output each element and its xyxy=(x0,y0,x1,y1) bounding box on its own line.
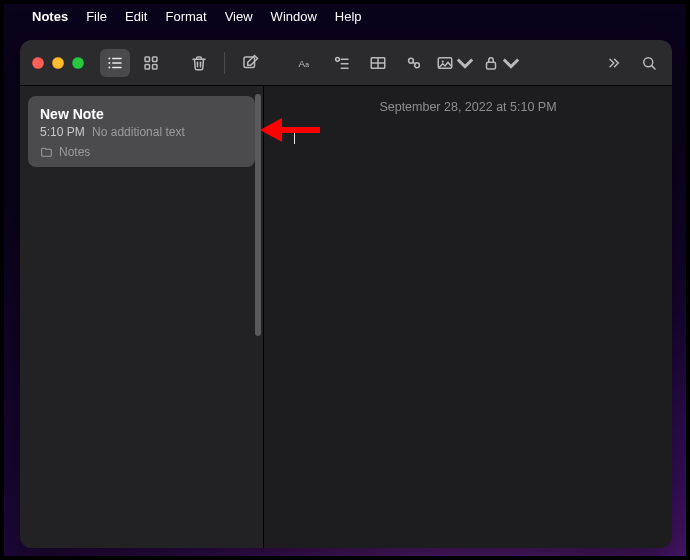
svg-line-24 xyxy=(413,62,416,64)
media-icon xyxy=(436,54,454,72)
compose-icon xyxy=(241,54,259,72)
window-minimize-button[interactable] xyxy=(52,57,64,69)
note-subtitle: 5:10 PM No additional text xyxy=(40,125,243,139)
media-button[interactable] xyxy=(435,49,475,77)
notes-list-sidebar: New Note 5:10 PM No additional text Note… xyxy=(20,86,264,548)
svg-rect-8 xyxy=(145,64,150,69)
svg-point-4 xyxy=(108,62,110,64)
menu-window[interactable]: Window xyxy=(271,9,317,24)
chevron-down-icon xyxy=(456,54,474,72)
window-titlebar: Aa xyxy=(20,40,672,86)
svg-point-26 xyxy=(442,60,444,62)
note-editor[interactable]: September 28, 2022 at 5:10 PM xyxy=(264,86,672,548)
search-button[interactable] xyxy=(634,49,664,77)
svg-point-3 xyxy=(108,57,110,59)
macos-menubar: Notes File Edit Format View Window Help xyxy=(4,4,686,28)
checklist-icon xyxy=(333,54,351,72)
menu-file[interactable]: File xyxy=(86,9,107,24)
window-close-button[interactable] xyxy=(32,57,44,69)
list-view-icon xyxy=(106,54,124,72)
toolbar-overflow-button[interactable] xyxy=(598,49,628,77)
note-list-item[interactable]: New Note 5:10 PM No additional text Note… xyxy=(28,96,255,167)
toolbar-separator xyxy=(224,52,225,74)
svg-rect-9 xyxy=(153,64,158,69)
grid-view-icon xyxy=(142,54,160,72)
link-button[interactable] xyxy=(399,49,429,77)
menubar-app-name[interactable]: Notes xyxy=(32,9,68,24)
editor-date-header: September 28, 2022 at 5:10 PM xyxy=(264,100,672,114)
svg-rect-27 xyxy=(487,62,496,69)
svg-rect-7 xyxy=(153,57,158,62)
menu-edit[interactable]: Edit xyxy=(125,9,147,24)
notes-window: Aa New Note xyxy=(20,40,672,548)
window-body: New Note 5:10 PM No additional text Note… xyxy=(20,86,672,548)
list-view-button[interactable] xyxy=(100,49,130,77)
table-button[interactable] xyxy=(363,49,393,77)
svg-line-29 xyxy=(652,65,655,68)
link-icon xyxy=(405,54,423,72)
text-cursor xyxy=(294,128,295,144)
svg-point-15 xyxy=(336,57,340,61)
chevron-down-icon xyxy=(502,54,520,72)
menu-format[interactable]: Format xyxy=(165,9,206,24)
overflow-icon xyxy=(604,54,622,72)
checklist-button[interactable] xyxy=(327,49,357,77)
search-icon xyxy=(640,54,658,72)
svg-rect-6 xyxy=(145,57,150,62)
window-traffic-lights xyxy=(32,57,84,69)
menu-help[interactable]: Help xyxy=(335,9,362,24)
svg-text:A: A xyxy=(299,57,306,68)
lock-icon xyxy=(482,54,500,72)
svg-text:a: a xyxy=(305,60,309,67)
folder-icon xyxy=(40,146,53,159)
note-title: New Note xyxy=(40,106,243,122)
note-folder-row: Notes xyxy=(40,145,243,159)
lock-button[interactable] xyxy=(481,49,521,77)
trash-icon xyxy=(190,54,208,72)
window-zoom-button[interactable] xyxy=(72,57,84,69)
compose-button[interactable] xyxy=(235,49,265,77)
grid-view-button[interactable] xyxy=(136,49,166,77)
format-text-icon: Aa xyxy=(297,54,315,72)
format-button[interactable]: Aa xyxy=(291,49,321,77)
note-preview: No additional text xyxy=(92,125,185,139)
note-time: 5:10 PM xyxy=(40,125,85,139)
svg-point-5 xyxy=(108,66,110,68)
trash-button[interactable] xyxy=(184,49,214,77)
menu-view[interactable]: View xyxy=(225,9,253,24)
sidebar-scrollbar[interactable] xyxy=(255,94,261,336)
table-icon xyxy=(369,54,387,72)
note-folder-name: Notes xyxy=(59,145,90,159)
